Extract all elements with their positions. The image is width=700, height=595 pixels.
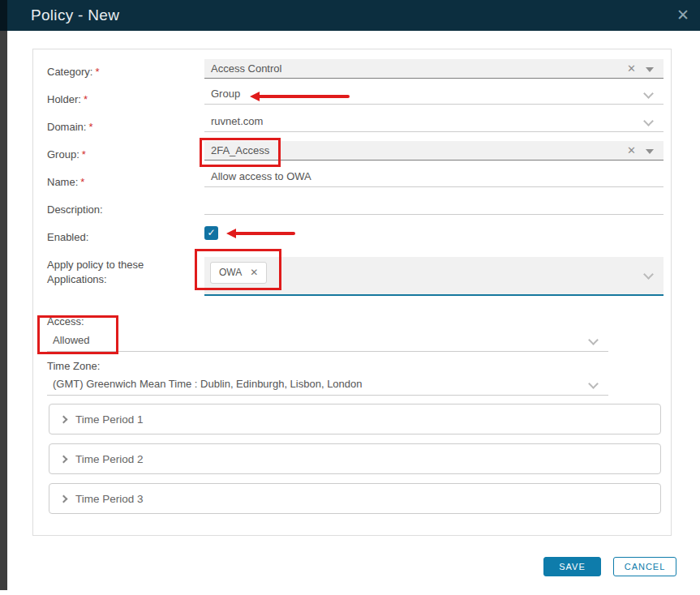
clear-icon[interactable]: ✕ bbox=[627, 62, 636, 75]
clear-icon[interactable]: ✕ bbox=[627, 144, 636, 156]
domain-select[interactable]: ruvnet.com bbox=[204, 113, 663, 132]
application-chip: OWA✕ bbox=[210, 262, 267, 284]
chevron-down-icon[interactable] bbox=[588, 379, 599, 389]
required-asterisk: * bbox=[84, 93, 88, 105]
description-label: Description: bbox=[47, 203, 103, 216]
domain-value: ruvnet.com bbox=[211, 115, 263, 127]
access-label: Access: bbox=[47, 315, 84, 327]
holder-select[interactable]: Group bbox=[204, 86, 663, 105]
name-value: Allow access to OWA bbox=[211, 170, 311, 182]
timezone-label: Time Zone: bbox=[47, 360, 100, 372]
access-select[interactable]: Allowed bbox=[47, 332, 608, 352]
name-input[interactable]: Allow access to OWA bbox=[204, 169, 663, 187]
applications-label-line2: Applications: bbox=[47, 273, 107, 285]
chevron-right-icon bbox=[60, 456, 68, 464]
timezone-value: (GMT) Greenwich Mean Time : Dublin, Edin… bbox=[53, 378, 363, 390]
holder-label: Holder:* bbox=[47, 93, 88, 105]
time-period-label: Time Period 1 bbox=[75, 413, 144, 426]
applications-multiselect[interactable]: OWA✕ bbox=[204, 257, 663, 296]
holder-value: Group bbox=[211, 88, 240, 100]
dialog-title: Policy - New bbox=[31, 0, 119, 31]
group-select[interactable]: 2FA_Access ✕ bbox=[204, 141, 663, 161]
time-period-label: Time Period 3 bbox=[75, 493, 144, 505]
category-value: Access Control bbox=[211, 62, 281, 75]
required-asterisk: * bbox=[95, 66, 99, 78]
applications-label-line1: Apply policy to these bbox=[47, 259, 144, 271]
background-page-strip bbox=[0, 31, 7, 590]
chevron-down-icon[interactable] bbox=[588, 335, 599, 345]
required-asterisk: * bbox=[82, 148, 86, 161]
dropdown-arrow-icon[interactable] bbox=[646, 67, 654, 72]
required-asterisk: * bbox=[88, 121, 92, 133]
cancel-button[interactable]: CANCEL bbox=[613, 557, 676, 576]
time-period-1-accordion[interactable]: Time Period 1 bbox=[49, 404, 661, 434]
access-value: Allowed bbox=[53, 334, 90, 346]
group-value: 2FA_Access bbox=[211, 144, 269, 156]
time-period-2-accordion[interactable]: Time Period 2 bbox=[49, 443, 661, 474]
header-left-edge bbox=[0, 0, 7, 31]
name-label: Name:* bbox=[47, 176, 84, 188]
description-input[interactable] bbox=[204, 196, 663, 215]
timezone-select[interactable]: (GMT) Greenwich Mean Time : Dublin, Edin… bbox=[47, 375, 608, 396]
check-icon: ✓ bbox=[207, 227, 215, 238]
dialog-header: Policy - New ✕ bbox=[0, 0, 700, 31]
chevron-right-icon bbox=[60, 495, 68, 503]
enabled-label: Enabled: bbox=[47, 231, 88, 243]
chip-remove-icon[interactable]: ✕ bbox=[250, 267, 258, 278]
group-label: Group:* bbox=[47, 148, 86, 161]
category-select[interactable]: Access Control ✕ bbox=[204, 59, 663, 79]
chevron-down-icon[interactable] bbox=[643, 116, 654, 126]
domain-label: Domain:* bbox=[47, 121, 92, 133]
required-asterisk: * bbox=[80, 176, 84, 188]
chevron-down-icon[interactable] bbox=[643, 269, 654, 280]
time-period-label: Time Period 2 bbox=[75, 453, 144, 465]
chevron-right-icon bbox=[60, 416, 68, 424]
close-icon[interactable]: ✕ bbox=[676, 6, 689, 25]
chip-label: OWA bbox=[219, 267, 242, 278]
save-button[interactable]: SAVE bbox=[543, 557, 601, 576]
enabled-checkbox[interactable]: ✓ bbox=[204, 226, 218, 240]
dropdown-arrow-icon[interactable] bbox=[646, 149, 654, 154]
chevron-down-icon[interactable] bbox=[643, 88, 654, 99]
policy-new-dialog: Policy - New ✕ Category:* Access Control… bbox=[0, 0, 700, 595]
time-period-3-accordion[interactable]: Time Period 3 bbox=[49, 483, 661, 514]
category-label: Category:* bbox=[47, 66, 99, 78]
